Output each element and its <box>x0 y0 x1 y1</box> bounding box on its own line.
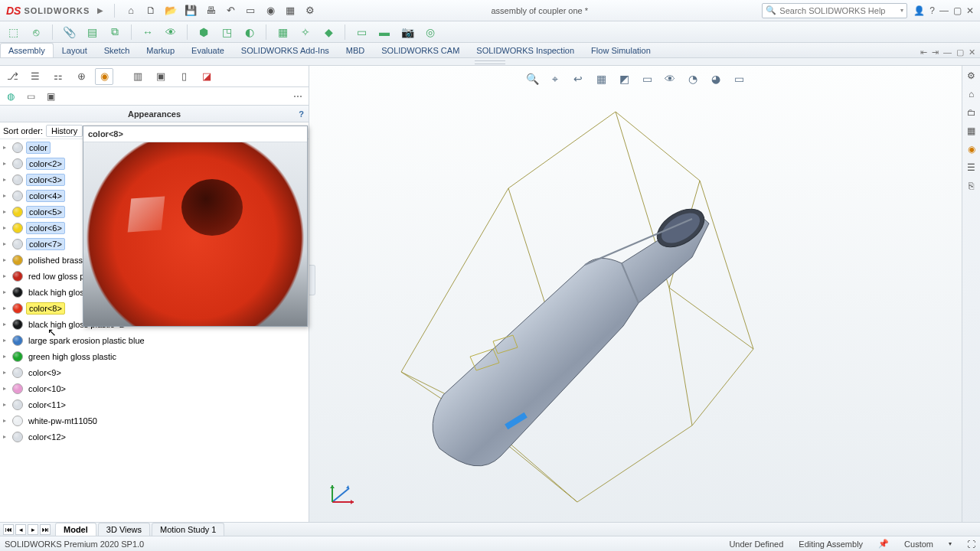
appearance-row[interactable]: ▸green high gloss plastic <box>0 348 309 364</box>
property-tab-icon[interactable]: ☰ <box>26 68 44 85</box>
decal-icon[interactable]: ▭ <box>23 90 38 103</box>
resources-icon[interactable]: ⚙ <box>965 69 978 83</box>
status-maximize-icon[interactable]: ⛶ <box>967 540 975 549</box>
graphics-viewport[interactable]: 🔍 ⌖ ↩ ▦ ◩ ▭ 👁 ◔ ◕ ▭ <box>309 66 962 536</box>
settings-gear-icon[interactable]: ⚙ <box>303 4 317 18</box>
rebuild-icon[interactable]: ◉ <box>263 4 277 18</box>
new-icon[interactable]: 🗋 <box>144 4 158 18</box>
help-icon[interactable]: ? <box>929 5 935 16</box>
appearance-row[interactable]: ▸color<12> <box>0 429 309 445</box>
status-editing: Editing Assembly <box>799 540 863 549</box>
tab-prev-icon[interactable]: ◂ <box>15 524 26 535</box>
manager-tab-strip: ⎇ ☰ ⚏ ⊕ ◉ ▥ ▣ ▯ ◪ <box>0 66 309 87</box>
doc-close-icon[interactable]: ✕ <box>969 47 975 57</box>
status-dropdown-icon[interactable]: ▾ <box>949 540 952 547</box>
sort-history-button[interactable]: History <box>46 125 83 137</box>
help-search-input[interactable] <box>779 6 897 15</box>
tab-first-icon[interactable]: ⏮ <box>3 524 14 535</box>
tab-evaluate[interactable]: Evaluate <box>183 43 233 57</box>
new-motion-icon[interactable]: ◐ <box>241 24 258 41</box>
bom-icon[interactable]: ▦ <box>274 24 291 41</box>
appearance-row[interactable]: ▸color<9> <box>0 364 309 380</box>
render-icon[interactable]: ◎ <box>422 24 439 41</box>
instant3d-icon[interactable]: ◆ <box>320 24 337 41</box>
show-hidden-icon[interactable]: 👁 <box>162 24 179 41</box>
attach-icon[interactable]: 📎 <box>60 24 77 41</box>
tab-mbd[interactable]: MBD <box>338 43 373 57</box>
box2-icon[interactable]: ▬ <box>376 24 393 41</box>
filter1-icon[interactable]: ▥ <box>129 68 147 85</box>
options-icon[interactable]: ▦ <box>283 4 297 18</box>
appearance-row[interactable]: ▸color<11> <box>0 396 309 412</box>
dim-tab-icon[interactable]: ⊕ <box>72 68 90 85</box>
filter2-icon[interactable]: ▣ <box>152 68 170 85</box>
sort-label: Sort order: <box>3 126 43 135</box>
tab-flow[interactable]: Flow Simulation <box>583 43 659 57</box>
assembly-feature-icon[interactable]: ⬢ <box>195 24 212 41</box>
maximize-icon[interactable]: ▢ <box>953 5 962 16</box>
camera-icon[interactable]: ▣ <box>43 90 58 103</box>
tab-sketch[interactable]: Sketch <box>96 43 139 57</box>
filter4-icon[interactable]: ◪ <box>198 68 216 85</box>
view-triad-icon[interactable] <box>328 481 361 507</box>
print-icon[interactable]: 🖶 <box>204 4 217 18</box>
file-explorer-icon[interactable]: 🗀 <box>965 106 978 119</box>
help-search[interactable]: 🔍 ▾ <box>762 3 907 18</box>
undo-icon[interactable]: ↶ <box>224 4 237 18</box>
minimize-icon[interactable]: — <box>939 5 949 16</box>
appearances-lib-icon[interactable]: ◉ <box>965 142 978 156</box>
move-component-icon[interactable]: ↔ <box>139 24 156 41</box>
forum-icon[interactable]: ⎘ <box>965 179 978 193</box>
collapse-left-icon[interactable]: ⇤ <box>920 47 927 57</box>
tab-markup[interactable]: Markup <box>138 43 183 57</box>
close-icon[interactable]: ✕ <box>966 5 974 16</box>
panel-help-icon[interactable]: ? <box>299 109 304 119</box>
bottom-tab-model[interactable]: Model <box>55 523 96 536</box>
snapshot-icon[interactable]: 📷 <box>399 24 416 41</box>
exploded-icon[interactable]: ✧ <box>297 24 314 41</box>
color-swatch-icon <box>12 223 23 233</box>
tab-next-icon[interactable]: ▸ <box>28 524 38 535</box>
collapse-right-icon[interactable]: ⇥ <box>932 47 939 57</box>
appearance-row[interactable]: ▸large spark erosion plastic blue <box>0 332 309 348</box>
toolbar-drag-handle[interactable] <box>0 58 980 66</box>
feature-tree-tab-icon[interactable]: ⎇ <box>3 68 21 85</box>
home-icon[interactable]: ⌂ <box>124 4 138 18</box>
filter3-icon[interactable]: ▯ <box>175 68 193 85</box>
tab-layout[interactable]: Layout <box>54 43 96 57</box>
bottom-tab-motion[interactable]: Motion Study 1 <box>152 523 224 536</box>
view-palette-icon[interactable]: ▦ <box>965 124 978 138</box>
user-icon[interactable]: 👤 <box>913 5 925 16</box>
tab-cam[interactable]: SOLIDWORKS CAM <box>373 43 468 57</box>
box1-icon[interactable]: ▭ <box>353 24 370 41</box>
appearance-row[interactable]: ▸color<10> <box>0 380 309 396</box>
open-icon[interactable]: 📂 <box>164 4 178 18</box>
config-tab-icon[interactable]: ⚏ <box>49 68 67 85</box>
status-unit-system[interactable]: Custom <box>904 540 933 549</box>
insert-component-icon[interactable]: ⬚ <box>5 24 21 41</box>
tab-last-icon[interactable]: ⏭ <box>40 524 51 535</box>
display-tab-icon[interactable]: ◉ <box>95 68 113 85</box>
color-swatch-icon <box>12 351 23 362</box>
select-icon[interactable]: ▭ <box>243 4 257 18</box>
search-dropdown-icon[interactable]: ▾ <box>900 7 903 14</box>
appearance-row[interactable]: ▸white-pw-mt11050 <box>0 412 309 429</box>
pane-options-icon[interactable]: ⋯ <box>290 90 305 103</box>
design-lib-icon[interactable]: ⌂ <box>965 87 978 101</box>
tab-addins[interactable]: SOLIDWORKS Add-Ins <box>233 43 338 57</box>
doc-maximize-icon[interactable]: ▢ <box>956 47 964 57</box>
smart-fastener-icon[interactable]: ⧉ <box>106 24 123 41</box>
doc-minimize-icon[interactable]: — <box>943 47 952 57</box>
panel-collapse-handle[interactable] <box>309 265 315 295</box>
custom-props-icon[interactable]: ☰ <box>965 161 978 174</box>
tab-inspection[interactable]: SOLIDWORKS Inspection <box>468 43 583 57</box>
tab-assembly[interactable]: Assembly <box>0 43 54 57</box>
reference-geom-icon[interactable]: ◳ <box>218 24 235 41</box>
mate-icon[interactable]: ⎋ <box>28 24 44 41</box>
pin-icon[interactable]: 📌 <box>878 539 889 549</box>
bottom-tab-3dviews[interactable]: 3D Views <box>98 523 150 536</box>
save-icon[interactable]: 💾 <box>184 4 198 18</box>
pattern-icon[interactable]: ▤ <box>83 24 100 41</box>
dropdown-icon[interactable]: ▶ <box>97 6 103 15</box>
scene-icon[interactable]: ◍ <box>3 90 18 103</box>
